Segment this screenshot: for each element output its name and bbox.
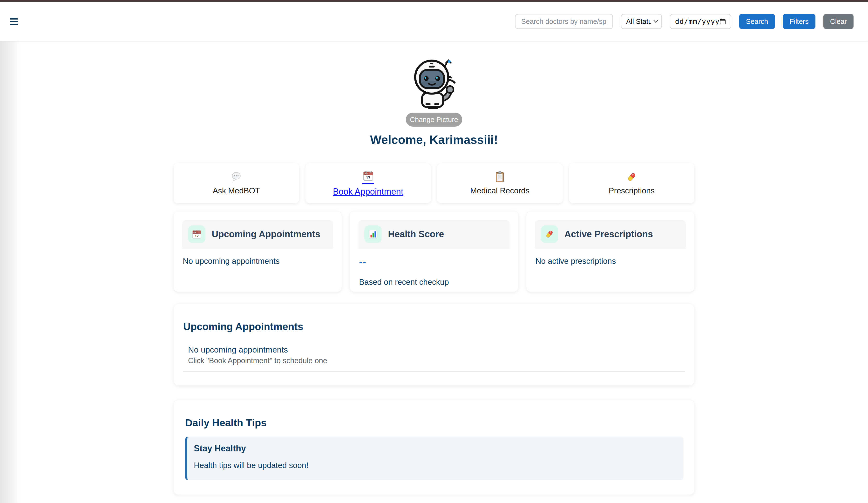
action-label[interactable]: Book Appointment [333, 187, 403, 197]
section-title: Upcoming Appointments [183, 321, 685, 332]
header-controls: All Status dd/mm/yyyy Search Filters Cle… [515, 14, 854, 29]
health-tip-card: Stay Healthy Health tips will be updated… [185, 437, 683, 480]
speech-balloon-icon [230, 171, 242, 183]
pill-icon [626, 171, 638, 183]
action-card-prescriptions[interactable]: Prescriptions [569, 163, 695, 203]
quick-actions-row: Ask MedBOT JUL 17 Book Appointment [174, 163, 694, 203]
change-picture-button[interactable]: Change Picture [406, 113, 462, 126]
top-accent-strip [0, 0, 868, 2]
profile-section: Change Picture Welcome, Karimassiii! [174, 41, 694, 147]
summary-card-title: Active Prescriptions [565, 229, 653, 239]
appointments-empty-state: No upcoming appointments Click "Book App… [183, 345, 685, 365]
pill-icon-badge [541, 225, 558, 243]
action-card-book-appointment[interactable]: JUL 17 Book Appointment [306, 163, 431, 203]
empty-state-title: No upcoming appointments [188, 345, 685, 355]
summary-card-text: No active prescriptions [536, 257, 685, 266]
summary-card-upcoming-appointments: JUL 17 Upcoming Appointments No upcoming… [174, 212, 342, 292]
calendar-icon-wrap: JUL 17 [362, 170, 374, 184]
filters-button[interactable]: Filters [783, 14, 815, 29]
health-score-value: -- [359, 257, 508, 267]
summary-cards-row: JUL 17 Upcoming Appointments No upcoming… [174, 212, 694, 292]
date-value: dd/mm/yyyy [675, 17, 720, 25]
welcome-heading: Welcome, Karimassiii! [370, 133, 498, 147]
svg-text:17: 17 [195, 234, 199, 238]
summary-card-body: No active prescriptions [535, 248, 686, 266]
medbot-robot-avatar [411, 58, 457, 109]
daily-health-tips-section: Daily Health Tips Stay Healthy Health ti… [174, 400, 694, 495]
left-edge-shadow [0, 2, 20, 503]
top-bar: All Status dd/mm/yyyy Search Filters Cle… [0, 2, 868, 41]
date-input[interactable]: dd/mm/yyyy [670, 14, 731, 29]
section-title: Daily Health Tips [185, 417, 683, 429]
calendar-icon-badge: JUL 17 [188, 225, 205, 243]
summary-card-header: Health Score [359, 220, 509, 248]
status-filter-wrap: All Status [621, 14, 662, 29]
pill-icon [545, 229, 555, 239]
calendar-picker-icon[interactable] [720, 17, 726, 26]
action-card-medical-records[interactable]: Medical Records [437, 163, 563, 203]
bar-chart-icon [368, 229, 378, 239]
main-content: Change Picture Welcome, Karimassiii! Ask… [174, 41, 694, 503]
status-filter-select[interactable]: All Status [621, 14, 662, 29]
summary-card-title: Health Score [388, 229, 444, 239]
summary-card-active-prescriptions: Active Prescriptions No active prescript… [526, 212, 694, 292]
summary-card-body: No upcoming appointments [182, 248, 333, 266]
upcoming-appointments-section: Upcoming Appointments No upcoming appoin… [174, 304, 694, 385]
menu-hamburger-icon[interactable] [10, 18, 18, 25]
svg-text:17: 17 [366, 176, 370, 180]
book-appointment-link[interactable]: JUL 17 Book Appointment [333, 170, 403, 197]
search-input[interactable] [515, 14, 613, 29]
summary-card-header: Active Prescriptions [535, 220, 686, 248]
action-label: Ask MedBOT [213, 186, 260, 195]
summary-card-title: Upcoming Appointments [212, 229, 320, 239]
calendar-icon: JUL 17 [192, 229, 202, 239]
health-score-caption: Based on recent checkup [359, 278, 508, 287]
empty-state-hint: Click "Book Appointment" to schedule one [188, 356, 685, 365]
action-card-ask-medbot[interactable]: Ask MedBOT [174, 163, 299, 203]
action-label: Prescriptions [609, 186, 654, 195]
summary-card-header: JUL 17 Upcoming Appointments [182, 220, 333, 248]
health-tip-body: Health tips will be updated soon! [194, 461, 675, 470]
summary-card-text: No upcoming appointments [183, 257, 332, 266]
clear-button[interactable]: Clear [823, 14, 854, 29]
health-tip-title: Stay Healthy [194, 443, 675, 454]
search-button[interactable]: Search [739, 14, 775, 29]
bar-chart-icon-badge [364, 225, 382, 243]
summary-card-health-score: Health Score -- Based on recent checkup [350, 212, 518, 292]
clipboard-icon [494, 171, 506, 183]
calendar-icon: JUL 17 [362, 170, 374, 182]
svg-text:JUL: JUL [193, 231, 197, 234]
summary-card-body: -- Based on recent checkup [359, 248, 509, 287]
action-label: Medical Records [470, 186, 529, 195]
svg-text:JUL: JUL [364, 172, 368, 175]
